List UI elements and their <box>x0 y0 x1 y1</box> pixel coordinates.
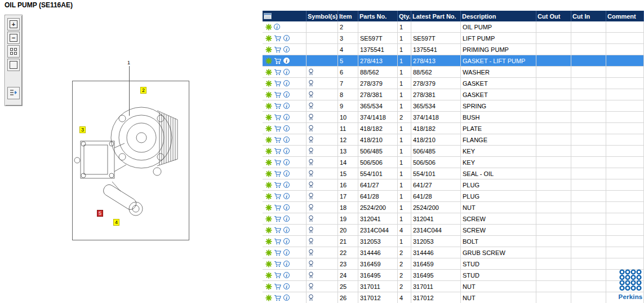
table-row[interactable]: i13506/4851506/485KEY <box>263 146 644 157</box>
callout-balloon-icon[interactable] <box>308 102 314 109</box>
tile-view-button[interactable] <box>7 45 20 58</box>
send-to-list-button[interactable] <box>7 87 20 99</box>
callout-balloon-icon[interactable] <box>308 215 314 222</box>
callout-balloon-icon[interactable] <box>308 113 314 121</box>
gear-icon[interactable] <box>265 238 272 245</box>
add-to-cart-icon[interactable] <box>274 69 282 76</box>
callout-balloon-icon[interactable] <box>308 80 314 87</box>
table-row[interactable]: i17641/281641/28PLUG <box>263 191 644 202</box>
add-to-cart-icon[interactable] <box>274 137 282 143</box>
add-to-cart-icon[interactable] <box>274 295 282 301</box>
gear-icon[interactable] <box>265 182 272 188</box>
gear-icon[interactable] <box>265 114 272 121</box>
callout-balloon-icon[interactable] <box>308 147 314 155</box>
table-row[interactable]: i7278/3791278/379GASKET <box>263 78 644 89</box>
add-to-cart-icon[interactable] <box>274 204 282 211</box>
table-row[interactable]: i14506/5061506/506KEY <box>263 157 644 168</box>
gear-icon[interactable] <box>265 283 272 290</box>
add-to-cart-icon[interactable] <box>274 46 282 53</box>
callout-balloon-icon[interactable] <box>308 226 314 234</box>
info-icon[interactable]: i <box>283 148 290 154</box>
gear-icon[interactable] <box>265 148 272 155</box>
info-icon[interactable]: i <box>283 46 290 52</box>
diagram-callout-4[interactable]: 4 <box>113 219 119 226</box>
info-icon[interactable]: i <box>283 80 290 86</box>
gear-icon[interactable] <box>265 35 272 42</box>
info-icon[interactable]: i <box>283 249 290 256</box>
callout-balloon-icon[interactable] <box>308 68 314 76</box>
add-to-cart-icon[interactable] <box>274 125 282 132</box>
gear-icon[interactable] <box>265 46 272 53</box>
gear-icon[interactable] <box>265 227 272 234</box>
callout-balloon-icon[interactable] <box>308 159 314 166</box>
table-row[interactable]: i243164952316495STUD <box>263 270 644 281</box>
gear-icon[interactable] <box>265 170 272 177</box>
table-row[interactable]: i253170112317011NUT <box>263 281 644 292</box>
info-icon[interactable]: i <box>283 216 290 222</box>
add-to-cart-icon[interactable] <box>274 283 282 290</box>
callout-balloon-icon[interactable] <box>308 260 314 267</box>
callout-balloon-icon[interactable] <box>308 136 314 143</box>
info-icon[interactable]: i <box>283 91 290 98</box>
add-to-cart-icon[interactable] <box>274 261 282 267</box>
diagram-callout-3[interactable]: 3 <box>79 126 86 133</box>
callout-balloon-icon[interactable] <box>308 170 314 177</box>
callout-balloon-icon[interactable] <box>308 91 314 98</box>
info-icon[interactable]: i <box>283 283 290 289</box>
callout-balloon-icon[interactable] <box>308 249 314 256</box>
zoom-out-button[interactable]: − <box>7 32 20 44</box>
callout-balloon-icon[interactable] <box>308 192 314 200</box>
table-row[interactable]: i21OIL PUMP <box>263 21 644 33</box>
gear-icon[interactable] <box>265 24 272 30</box>
table-row[interactable]: i202314C04442314C044SCREW <box>263 225 644 236</box>
table-row[interactable]: i8278/3811278/381GASKET <box>263 89 644 100</box>
table-row[interactable]: i15554/1011554/101SEAL - OIL <box>263 168 644 179</box>
table-row[interactable]: i12418/2101418/210FLANGE <box>263 134 644 146</box>
diagram-callout-1[interactable]: 1 <box>126 60 131 65</box>
gear-icon[interactable] <box>265 159 272 166</box>
gear-icon[interactable] <box>265 103 272 109</box>
gear-icon[interactable] <box>265 249 272 256</box>
add-to-cart-icon[interactable] <box>274 58 282 64</box>
diagram-callout-2[interactable]: 2 <box>140 87 146 94</box>
table-row[interactable]: i3SE597T1SE597TLIFT PUMP <box>263 33 644 44</box>
add-to-cart-icon[interactable] <box>274 103 282 109</box>
add-to-cart-icon[interactable] <box>274 249 282 256</box>
info-icon[interactable]: i <box>283 182 290 188</box>
add-to-cart-icon[interactable] <box>274 80 282 87</box>
add-to-cart-icon[interactable] <box>274 227 282 234</box>
gear-icon[interactable] <box>265 69 272 76</box>
table-row[interactable]: i5278/4131278/413GASKET - LIFT PUMP <box>263 55 644 67</box>
add-to-cart-icon[interactable] <box>274 159 282 166</box>
gear-icon[interactable] <box>265 272 272 279</box>
add-to-cart-icon[interactable] <box>274 238 282 245</box>
gear-icon[interactable] <box>265 80 272 87</box>
gear-icon[interactable] <box>265 137 272 143</box>
gear-icon[interactable] <box>265 125 272 132</box>
gear-icon[interactable] <box>265 204 272 211</box>
info-icon[interactable]: i <box>283 137 290 143</box>
add-to-cart-icon[interactable] <box>274 272 282 279</box>
add-to-cart-icon[interactable] <box>274 170 282 177</box>
callout-balloon-icon[interactable] <box>308 271 314 279</box>
info-icon[interactable]: i <box>283 69 290 75</box>
zoom-in-button[interactable]: + <box>7 18 20 30</box>
add-to-cart-icon[interactable] <box>274 148 282 155</box>
info-icon[interactable]: i <box>283 204 290 210</box>
add-to-cart-icon[interactable] <box>274 193 282 200</box>
table-row[interactable]: i688/562188/562WASHER <box>263 67 644 78</box>
gear-icon[interactable] <box>265 295 272 301</box>
info-icon[interactable]: i <box>283 114 290 120</box>
table-row[interactable]: i4137554111375541PRIMING PUMP <box>263 44 644 55</box>
diagram-callout-5[interactable]: 5 <box>97 210 103 217</box>
info-icon[interactable]: i <box>283 295 290 301</box>
info-icon[interactable]: i <box>283 227 290 233</box>
add-to-cart-icon[interactable] <box>274 35 282 42</box>
table-row[interactable]: i213120531312053BOLT <box>263 236 644 247</box>
info-icon[interactable]: i <box>283 58 290 64</box>
info-icon[interactable]: i <box>283 261 290 267</box>
info-icon[interactable]: i <box>283 159 290 165</box>
callout-balloon-icon[interactable] <box>308 125 314 132</box>
add-to-cart-icon[interactable] <box>274 91 282 98</box>
gear-icon[interactable] <box>265 261 272 267</box>
